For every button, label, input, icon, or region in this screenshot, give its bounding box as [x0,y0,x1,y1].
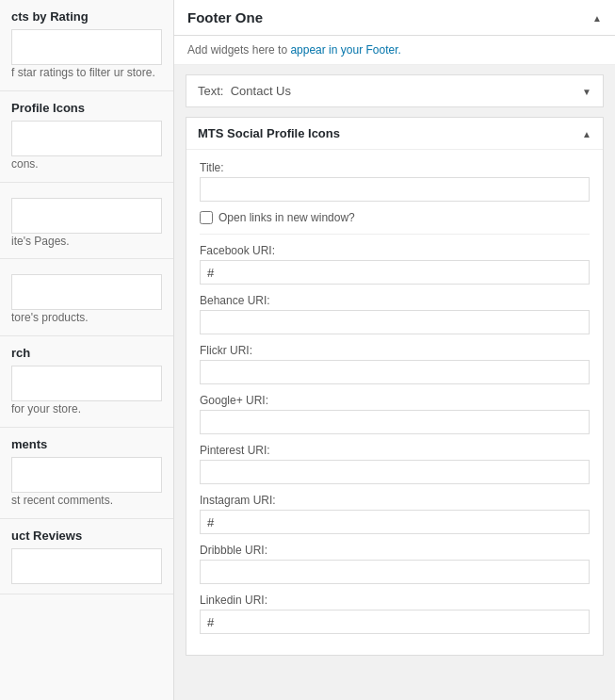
instagram-label: Instagram URI: [200,494,590,507]
page-layout: cts by Rating f star ratings to filter u… [0,0,615,700]
contact-widget-title: Text: Contact Us [198,84,291,98]
sidebar-item-search-box [11,366,162,401]
social-widget: MTS Social Profile Icons Title: Open lin… [186,117,604,656]
footer-collapse-icon[interactable] [592,10,602,24]
sidebar-item-comments-title: ments [11,437,162,451]
googleplus-label: Google+ URI: [200,394,590,407]
footer-subtext-link[interactable]: appear in your Footer. [290,43,400,57]
flickr-label: Flickr URI: [200,344,590,357]
dribbble-field-row: Dribbble URI: [200,544,590,584]
behance-label: Behance URI: [200,294,590,307]
flickr-field-row: Flickr URI: [200,344,590,384]
pinterest-field-row: Pinterest URI: [200,444,590,484]
sidebar-item-profile-icons-box [11,121,162,156]
instagram-input[interactable] [200,510,590,534]
social-widget-title: MTS Social Profile Icons [198,126,340,140]
pinterest-label: Pinterest URI: [200,444,590,457]
divider [200,234,590,235]
main-content: Footer One Add widgets here to appear in… [174,0,615,700]
social-widget-body: Title: Open links in new window? Faceboo… [186,150,603,655]
sidebar-item-reviews-title: uct Reviews [11,529,162,543]
flickr-input[interactable] [200,360,590,384]
sidebar-item-comments: ments st recent comments. [0,428,173,519]
facebook-input[interactable] [200,260,590,285]
facebook-label: Facebook URI: [200,244,590,257]
sidebar-item-profile-icons-desc: cons. [11,156,162,172]
sidebar-item-products: tore's products. [0,259,173,336]
social-widget-header[interactable]: MTS Social Profile Icons [186,118,603,150]
sidebar-item-pages: ite's Pages. [0,183,173,260]
sidebar-item-profile-icons: Profile Icons cons. [0,91,173,183]
open-links-label: Open links in new window? [218,211,355,224]
footer-header: Footer One [174,0,615,36]
dribbble-label: Dribbble URI: [200,544,590,557]
contact-widget-name: Contact Us [231,84,291,98]
title-field-label: Title: [200,161,590,174]
contact-widget-toggle-icon[interactable] [582,84,591,98]
behance-field-row: Behance URI: [200,294,590,334]
social-widget-toggle-icon[interactable] [582,126,591,140]
sidebar-item-search-title: rch [11,346,162,360]
sidebar-item-products-desc: tore's products. [11,310,162,326]
title-input[interactable] [200,177,590,202]
facebook-field-row: Facebook URI: [200,244,590,285]
linkedin-field-row: Linkedin URI: [200,594,590,634]
linkedin-label: Linkedin URI: [200,594,590,607]
behance-input[interactable] [200,310,590,334]
sidebar-item-rating: cts by Rating f star ratings to filter u… [0,0,173,91]
footer-subtext-text: Add widgets here to [187,43,290,57]
sidebar-item-comments-box [11,457,162,493]
instagram-field-row: Instagram URI: [200,494,590,534]
sidebar-item-rating-box [11,29,162,65]
sidebar-item-reviews: uct Reviews [0,519,173,594]
sidebar-item-search-desc: for your store. [11,401,162,417]
open-links-checkbox[interactable] [200,211,213,224]
pinterest-input[interactable] [200,460,590,484]
sidebar: cts by Rating f star ratings to filter u… [0,0,174,700]
sidebar-item-profile-icons-title: Profile Icons [11,101,162,115]
sidebar-item-reviews-box [11,548,162,584]
sidebar-item-rating-desc: f star ratings to filter ur store. [11,65,162,81]
contact-widget: Text: Contact Us [186,74,604,107]
linkedin-input[interactable] [200,610,590,634]
title-field-row: Title: [200,161,590,202]
sidebar-item-search: rch for your store. [0,336,173,428]
open-links-checkbox-row: Open links in new window? [200,211,590,224]
sidebar-item-rating-title: cts by Rating [11,9,162,24]
sidebar-item-comments-desc: st recent comments. [11,493,162,509]
sidebar-item-products-box [11,274,162,310]
footer-title: Footer One [187,9,263,25]
contact-widget-label: Text: [198,84,223,98]
googleplus-field-row: Google+ URI: [200,394,590,434]
dribbble-input[interactable] [200,560,590,584]
googleplus-input[interactable] [200,410,590,434]
sidebar-item-pages-desc: ite's Pages. [11,234,162,250]
footer-subtext: Add widgets here to appear in your Foote… [174,36,615,65]
sidebar-item-pages-box [11,198,162,234]
contact-widget-header[interactable]: Text: Contact Us [186,75,603,106]
